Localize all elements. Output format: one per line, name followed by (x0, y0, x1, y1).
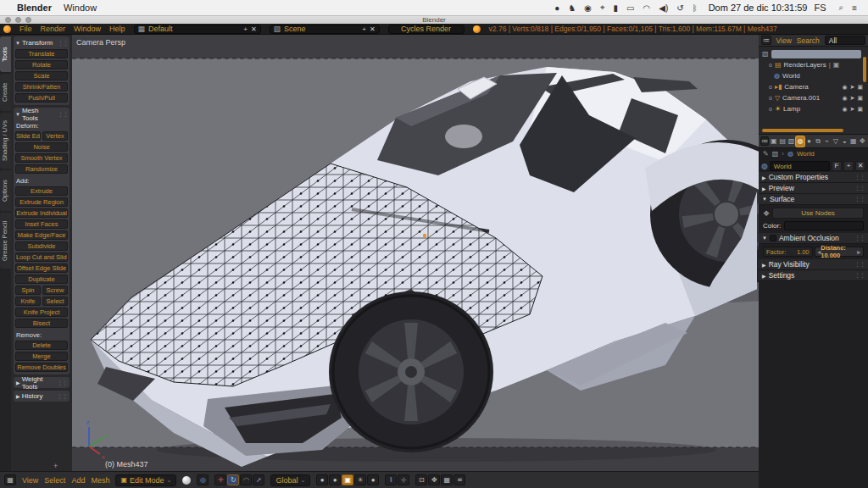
battery-icon[interactable]: ▮ (614, 3, 619, 13)
pin-icon[interactable]: ✎ (763, 150, 769, 158)
panel-grip-icon[interactable]: ⋮⋮ (58, 111, 68, 118)
panel-grip-icon[interactable]: ⋮⋮ (854, 235, 865, 241)
pointer-icon[interactable]: ⌖ (600, 3, 605, 13)
smooth-vertex-button[interactable]: Smooth Vertex (15, 153, 68, 163)
bluetooth-icon[interactable]: ᛒ (693, 3, 698, 13)
slide-edge-button[interactable]: Slide Edge (15, 131, 41, 141)
new-world-button[interactable]: + (843, 161, 854, 171)
creature-icon[interactable]: ♞ (568, 3, 576, 13)
expand-arrow-icon[interactable]: ▶ (762, 262, 766, 268)
panel-grip-icon[interactable]: ⋮⋮ (854, 261, 865, 268)
select-menu[interactable]: Select (44, 476, 65, 485)
menu-render[interactable]: Render (41, 25, 66, 33)
tab-world[interactable]: ◍ (796, 136, 804, 147)
layout-add-button[interactable]: + (243, 25, 248, 33)
tab-material[interactable]: ◒ (841, 136, 849, 147)
selectability-arrow-icon[interactable]: ➤ (850, 84, 855, 91)
editor-type-button[interactable]: ▦ (4, 474, 16, 485)
face-select-button[interactable]: ▣ (342, 474, 353, 485)
tab-physics[interactable]: ✥ (859, 136, 866, 147)
vertex-select-button[interactable]: ● (316, 474, 328, 485)
renderability-camera-icon[interactable]: ▣ (857, 84, 863, 91)
selectability-arrow-icon[interactable]: ➤ (850, 95, 855, 102)
rotate-button[interactable]: Rotate (15, 60, 68, 69)
unlink-world-button[interactable]: ✕ (855, 161, 865, 171)
panel-grip-icon[interactable]: ⋮⋮ (854, 185, 865, 191)
tab-render[interactable]: ▣ (770, 136, 777, 147)
spin-button[interactable]: Spin (15, 286, 41, 295)
surface-panel-header[interactable]: ▼ Surface ⋮⋮ (759, 194, 868, 205)
volume-icon[interactable]: ◀) (659, 3, 668, 13)
ao-factor-slider[interactable]: Factor: 1.00 (763, 247, 813, 257)
ray-visibility-panel-header[interactable]: ▶ Ray Visibility ⋮⋮ (759, 259, 868, 270)
subdivide-button[interactable]: Subdivide (15, 241, 68, 251)
fs-indicator[interactable]: FS (814, 3, 826, 13)
loop-cut-slide-button[interactable]: Loop Cut and Slide (15, 252, 68, 262)
fake-user-button[interactable]: F (832, 161, 842, 171)
settings-panel-header[interactable]: ▶ Settings ⋮⋮ (759, 270, 868, 281)
window-titlebar[interactable]: Blender (0, 16, 868, 24)
layout-browse-icon[interactable]: ▦ (138, 25, 146, 33)
duplicate-button[interactable]: Duplicate (15, 274, 68, 284)
manipulator-scale-button[interactable]: ◠ (240, 474, 252, 485)
opengl-render-anim-button[interactable]: ✥ (428, 474, 440, 485)
scene-selector[interactable]: ▧ Scene + ✕ (270, 25, 380, 34)
knife-select-button[interactable]: Select (42, 297, 68, 306)
outliner-search-menu[interactable]: Search (797, 36, 820, 45)
stereo-3d-button[interactable]: ≌ (453, 474, 465, 485)
tab-texture[interactable]: ▦ (849, 136, 857, 147)
world-name-field[interactable]: World (770, 161, 830, 171)
tab-constraints[interactable]: ⧉ (814, 136, 821, 147)
mode-dropdown[interactable]: ▣ Edit Mode ⌄ (115, 474, 176, 486)
translate-button[interactable]: Translate (15, 49, 68, 58)
extrude-button[interactable]: Extrude (15, 186, 68, 196)
manipulator-rotate-button[interactable]: ↻ (227, 474, 239, 485)
collapse-arrow-icon[interactable]: ▼ (15, 112, 20, 117)
scene-add-button[interactable]: + (362, 25, 366, 33)
bisect-button[interactable]: Bisect (15, 319, 68, 328)
randomize-button[interactable]: Randomize (15, 164, 68, 174)
wifi-icon[interactable]: ◠ (643, 3, 651, 13)
panel-grip-icon[interactable]: ⋮⋮ (57, 380, 67, 386)
panel-grip-icon[interactable]: ⋮⋮ (854, 272, 865, 279)
transform-orientation-dropdown[interactable]: Global ⌄ (270, 474, 310, 486)
menubar-clock[interactable]: Dom 27 de dic 10:31:59 (709, 3, 808, 13)
tab-scene[interactable]: ▧ (787, 136, 795, 147)
tab-shading-uvs[interactable]: Shading / UVs (0, 113, 11, 169)
add-menu[interactable]: Add (71, 476, 85, 485)
visibility-eye-icon[interactable]: ◉ (842, 84, 847, 91)
outliner-row-world[interactable]: ◍ World (762, 70, 868, 81)
manipulator-translate-button[interactable]: ✛ (214, 474, 226, 485)
custom-properties-panel-header[interactable]: ▶ Custom Properties ⋮⋮ (759, 172, 868, 183)
airplay-icon[interactable]: ▭ (626, 3, 634, 13)
push-pull-button[interactable]: Push/Pull (15, 93, 68, 103)
properties-editor-type-button[interactable]: ≔ (760, 136, 769, 146)
tab-modifiers[interactable]: ⌁ (823, 136, 831, 147)
app-menu-blender[interactable]: Blender (17, 3, 52, 13)
renderability-camera-icon[interactable]: ▣ (857, 106, 863, 113)
shelf-resize-handle[interactable]: + (53, 462, 58, 470)
disclosure-dot-icon[interactable]: o (769, 84, 772, 90)
outliner-scope-dropdown[interactable]: All Scenes (825, 36, 865, 45)
knife-button[interactable]: Knife (15, 297, 41, 306)
delete-button[interactable]: Delete (15, 341, 68, 350)
merge-button[interactable]: Merge (15, 352, 68, 361)
offset-edge-slide-button[interactable]: Offset Edge Slide (15, 263, 68, 273)
outliner-editor-type-button[interactable]: ≔ (761, 36, 771, 45)
time-machine-icon[interactable]: ↺ (676, 3, 683, 13)
screen-layout-selector[interactable]: ▦ Default + ✕ (134, 25, 261, 34)
noise-button[interactable]: Noise (15, 142, 68, 152)
vertex-slide-button[interactable]: Vertex (42, 131, 68, 141)
mesh-tools-panel-header[interactable]: ▼ Mesh Tools ⋮⋮ (15, 109, 68, 119)
scene-browse-icon[interactable]: ▧ (274, 25, 281, 33)
spotlight-icon[interactable]: ⌕ (839, 3, 844, 13)
ambient-occlusion-checkbox[interactable] (770, 235, 776, 241)
menu-help[interactable]: Help (109, 25, 125, 33)
transform-panel-header[interactable]: ▼ Transform ⋮⋮ (15, 38, 68, 47)
inset-faces-button[interactable]: Inset Faces (15, 219, 68, 229)
preview-panel-header[interactable]: ▶ Preview ⋮⋮ (759, 183, 868, 194)
ao-distance-field[interactable]: ◂ Distanc: 10.000 ▸ (815, 247, 865, 257)
snap-element-icon[interactable]: ⊹ (398, 474, 409, 485)
outliner-horizontal-scrollbar[interactable] (762, 129, 843, 132)
notification-center-icon[interactable]: ≡ (852, 3, 857, 13)
